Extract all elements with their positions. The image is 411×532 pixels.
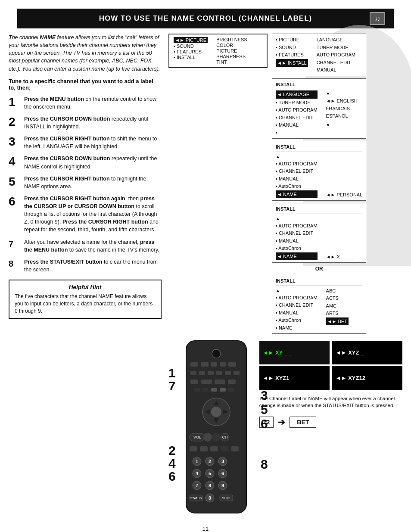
menu-panel-install: • PICTURE • SOUND • FEATURES ◄► INSTALL … [272,34,366,76]
p6-name: • NAME [276,324,318,332]
p3-espanol: ESPANOL [326,112,358,120]
p4-manual: • MANUAL [276,175,318,183]
step-7-text: After you have selected a name for the c… [24,238,162,254]
svg-rect-20 [220,388,226,392]
svg-rect-21 [228,388,234,392]
svg-rect-2 [190,362,198,367]
svg-text:5: 5 [209,471,211,476]
step-3-num: 3 [9,136,21,148]
step-8-text: Press the STATUS/EXIT button to clear th… [24,258,162,274]
step-5-num: 5 [9,176,21,188]
p6-arts: ARTS [326,310,349,317]
screen-examples: ◄► XY _ _ ◄► XYZ _ ◄► XYZ1 [259,341,402,390]
svg-text:4: 4 [196,471,199,476]
svg-text:CH: CH [222,435,227,439]
p3-francais: FRANCAIS [326,105,358,112]
step-2: 2 Press the CURSOR DOWN button repeatedl… [9,115,162,131]
p6-manual: • MANUAL [276,309,318,317]
svg-point-1 [212,349,221,358]
svg-rect-34 [190,446,197,451]
svg-text:9: 9 [221,483,224,488]
p6-acts: ACTS [326,295,349,302]
p3-down2: ▼ [326,122,358,128]
p4-personal: ◄► PERSONAL [326,191,363,199]
helpful-hint-title: Helpful Hint [15,284,156,290]
tv-brightness: BRIGHTNESS [216,37,247,42]
menu-panel-name-abc: INSTALL ▲ • AUTO PROGRAM • CHANNEL EDIT … [272,275,366,334]
svg-rect-35 [200,446,208,451]
p2-features: • FEATURES [276,51,308,59]
channel-label-display: 12 ➔ BET [259,417,402,428]
tv-item-install-1: • INSTALL [174,55,208,60]
bottom-caption: The Channel Label or NAME will appear wh… [259,395,402,409]
panel3-title: INSTALL [276,81,362,90]
side-num-246: 246 [168,444,176,483]
p4-up: ▲ [276,153,318,160]
intro-text: The channel NAME feature allows you to l… [9,34,162,73]
svg-point-27 [211,407,221,417]
p6-channeledit: • CHANNEL EDIT [276,302,318,309]
svg-text:0: 0 [209,495,211,501]
svg-rect-13 [190,380,198,384]
svg-rect-4 [211,362,217,367]
tv-screen-panel-1: ◄► PICTURE • SOUND • FEATURES • INSTALL … [168,34,268,68]
step-5-text: Press the CURSOR RIGHT button to highlig… [24,175,162,190]
side-num-17: 17 [168,367,176,392]
p3-language: ◄ LANGUAGE [276,90,318,99]
p4-name: ◄ NAME [276,190,318,199]
channel-arrow: ➔ [278,417,285,427]
step-6: 6 Press the CURSOR RIGHT button again; t… [9,195,162,234]
svg-rect-3 [201,362,209,367]
p2-manual: MANUAL [317,66,355,74]
step-7-num: 7 [9,240,21,248]
or-divider: OR [272,266,366,272]
tv-tint: TINT [216,59,247,65]
header-icon: ♫ [370,12,385,25]
p5-name: ◄ NAME [276,252,318,261]
helpful-hint-text: The five characters that the channel NAM… [15,293,156,314]
step-6-text: Press the CURSOR RIGHT button again; the… [24,195,162,234]
p2-language: LANGUAGE [317,36,355,44]
svg-rect-8 [199,371,205,375]
p4-channeledit: • CHANNEL EDIT [276,168,318,175]
p6-up: ▲ [276,287,318,294]
p5-up: ▲ [276,215,318,222]
p2-tunermode: TUNER MODE [317,44,355,51]
screen-xyz-text: ◄► XYZ _ [336,349,364,356]
p6-autoprog: • AUTO PROGRAM [276,294,318,302]
step-8-num: 8 [9,259,21,268]
screen-xy-text: ◄► XY _ _ [263,349,292,356]
p6-abc: ABC [326,287,349,295]
svg-rect-15 [215,380,225,384]
remote-step-num-8: 8 [261,457,268,472]
p2-autoprog: AUTO PROGRAM [317,51,355,59]
screen-xyz1-text: ◄► XYZ1 [263,375,290,381]
step-2-text: Press the CURSOR DOWN button repeatedly … [24,115,162,131]
svg-rect-9 [208,371,214,375]
svg-rect-38 [231,446,239,451]
p6-amc: AMC [326,302,349,310]
channel-name: BET [290,417,316,428]
page-header: How to Use the Name Control (Channel Lab… [17,9,394,28]
p2-install: ◄► INSTALL [276,59,308,67]
svg-text:VOL: VOL [193,435,201,439]
p5-autoprog: • AUTO PROGRAM [276,222,318,230]
screen-xyz12-text: ◄► XYZ12 [336,375,365,381]
menu-panel-name-x: INSTALL ▲ • AUTO PROGRAM • CHANNEL EDIT … [272,203,366,263]
right-num-356: 356 [261,388,268,431]
page-title: How to Use the Name Control (Channel Lab… [41,14,370,23]
p4-autoChron: • AutoChron [276,183,318,190]
tv-color: COLOR [216,43,247,48]
p2-channeledit: CHANNEL EDIT [317,59,355,66]
step-1-text: Press the MENU button on the remote cont… [24,95,162,111]
step-4-text: Press the CURSOR DOWN button repeatedly … [24,155,162,170]
tv-sharpness: SHARPNESS [216,54,247,59]
panel6-title: INSTALL [276,277,362,286]
svg-point-31 [212,433,221,442]
step-4-num: 4 [9,156,21,168]
svg-rect-37 [221,446,228,451]
svg-rect-18 [202,388,209,392]
p3-down-arrow: ▼ [326,90,358,97]
step-5: 5 Press the CURSOR RIGHT button to highl… [9,175,162,190]
step-3-text: Press the CURSOR RIGHT button to shift t… [24,135,162,150]
